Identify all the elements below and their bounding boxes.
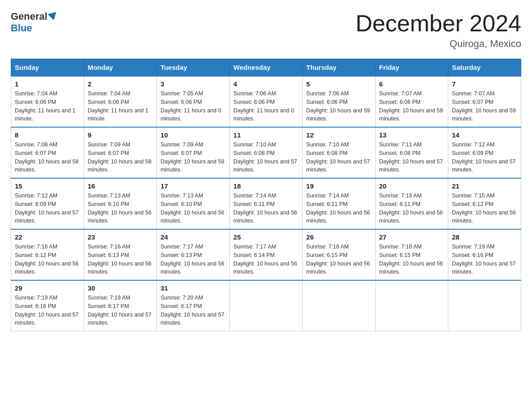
day-info: Sunrise: 7:13 AMSunset: 6:10 PMDaylight:…: [160, 192, 226, 225]
day-number: 15: [15, 182, 80, 190]
day-cell: 31Sunrise: 7:20 AMSunset: 6:17 PMDayligh…: [157, 280, 230, 331]
day-info: Sunrise: 7:04 AMSunset: 6:06 PMDaylight:…: [15, 90, 80, 123]
day-number: 30: [88, 284, 153, 292]
day-number: 24: [160, 233, 226, 241]
day-info: Sunrise: 7:06 AMSunset: 6:06 PMDaylight:…: [233, 90, 299, 123]
weekday-header-thursday: Thursday: [302, 59, 375, 77]
day-info: Sunrise: 7:09 AMSunset: 6:07 PMDaylight:…: [88, 141, 153, 174]
week-row-3: 15Sunrise: 7:12 AMSunset: 6:09 PMDayligh…: [11, 178, 521, 229]
day-cell: 4Sunrise: 7:06 AMSunset: 6:06 PMDaylight…: [230, 76, 303, 127]
weekday-header-monday: Monday: [84, 59, 157, 77]
day-info: Sunrise: 7:08 AMSunset: 6:07 PMDaylight:…: [15, 141, 80, 174]
day-cell: 29Sunrise: 7:19 AMSunset: 6:16 PMDayligh…: [11, 280, 84, 331]
day-cell: 19Sunrise: 7:14 AMSunset: 6:11 PMDayligh…: [302, 178, 375, 229]
day-info: Sunrise: 7:16 AMSunset: 6:12 PMDaylight:…: [15, 243, 80, 276]
day-info: Sunrise: 7:10 AMSunset: 6:08 PMDaylight:…: [306, 141, 372, 174]
day-cell: 1Sunrise: 7:04 AMSunset: 6:06 PMDaylight…: [11, 76, 84, 127]
day-number: 31: [160, 284, 226, 292]
day-cell: [230, 280, 303, 331]
day-cell: 25Sunrise: 7:17 AMSunset: 6:14 PMDayligh…: [230, 229, 303, 280]
day-info: Sunrise: 7:13 AMSunset: 6:10 PMDaylight:…: [88, 192, 153, 225]
day-info: Sunrise: 7:15 AMSunset: 6:12 PMDaylight:…: [452, 192, 517, 225]
day-number: 28: [452, 233, 517, 241]
day-number: 23: [88, 233, 153, 241]
day-cell: 18Sunrise: 7:14 AMSunset: 6:11 PMDayligh…: [230, 178, 303, 229]
day-number: 13: [379, 131, 445, 139]
day-number: 6: [379, 80, 445, 88]
weekday-header-sunday: Sunday: [11, 59, 84, 77]
day-cell: 13Sunrise: 7:11 AMSunset: 6:08 PMDayligh…: [375, 127, 448, 178]
day-info: Sunrise: 7:04 AMSunset: 6:06 PMDaylight:…: [88, 90, 153, 123]
logo-arrow-icon: [47, 12, 58, 21]
day-number: 27: [379, 233, 445, 241]
day-info: Sunrise: 7:06 AMSunset: 6:06 PMDaylight:…: [306, 90, 372, 123]
day-info: Sunrise: 7:14 AMSunset: 6:11 PMDaylight:…: [306, 192, 372, 225]
day-info: Sunrise: 7:12 AMSunset: 6:09 PMDaylight:…: [452, 141, 517, 174]
day-info: Sunrise: 7:19 AMSunset: 6:17 PMDaylight:…: [88, 294, 153, 327]
title-section: December 2024 Quiroga, Mexico: [356, 11, 521, 50]
day-info: Sunrise: 7:14 AMSunset: 6:11 PMDaylight:…: [233, 192, 299, 225]
day-cell: 28Sunrise: 7:19 AMSunset: 6:16 PMDayligh…: [448, 229, 521, 280]
day-number: 3: [160, 80, 226, 88]
day-cell: 22Sunrise: 7:16 AMSunset: 6:12 PMDayligh…: [11, 229, 84, 280]
day-cell: 20Sunrise: 7:15 AMSunset: 6:11 PMDayligh…: [375, 178, 448, 229]
weekday-header-friday: Friday: [375, 59, 448, 77]
day-info: Sunrise: 7:07 AMSunset: 6:07 PMDaylight:…: [452, 90, 517, 123]
day-info: Sunrise: 7:17 AMSunset: 6:13 PMDaylight:…: [160, 243, 226, 276]
day-cell: [302, 280, 375, 331]
day-number: 17: [160, 182, 226, 190]
day-number: 20: [379, 182, 445, 190]
day-info: Sunrise: 7:12 AMSunset: 6:09 PMDaylight:…: [15, 192, 80, 225]
day-cell: 15Sunrise: 7:12 AMSunset: 6:09 PMDayligh…: [11, 178, 84, 229]
day-cell: 17Sunrise: 7:13 AMSunset: 6:10 PMDayligh…: [157, 178, 230, 229]
day-info: Sunrise: 7:19 AMSunset: 6:16 PMDaylight:…: [452, 243, 517, 276]
day-number: 4: [233, 80, 299, 88]
day-info: Sunrise: 7:20 AMSunset: 6:17 PMDaylight:…: [160, 294, 226, 327]
day-number: 25: [233, 233, 299, 241]
day-cell: 10Sunrise: 7:09 AMSunset: 6:07 PMDayligh…: [157, 127, 230, 178]
day-number: 1: [15, 80, 80, 88]
week-row-2: 8Sunrise: 7:08 AMSunset: 6:07 PMDaylight…: [11, 127, 521, 178]
logo-blue-text: Blue: [11, 22, 32, 34]
day-cell: 16Sunrise: 7:13 AMSunset: 6:10 PMDayligh…: [84, 178, 157, 229]
logo: General Blue: [11, 11, 58, 34]
day-number: 22: [15, 233, 80, 241]
weekday-header-wednesday: Wednesday: [230, 59, 303, 77]
day-number: 16: [88, 182, 153, 190]
day-info: Sunrise: 7:09 AMSunset: 6:07 PMDaylight:…: [160, 141, 226, 174]
day-number: 11: [233, 131, 299, 139]
day-cell: [375, 280, 448, 331]
day-info: Sunrise: 7:17 AMSunset: 6:14 PMDaylight:…: [233, 243, 299, 276]
day-cell: 2Sunrise: 7:04 AMSunset: 6:06 PMDaylight…: [84, 76, 157, 127]
day-number: 19: [306, 182, 372, 190]
day-cell: 30Sunrise: 7:19 AMSunset: 6:17 PMDayligh…: [84, 280, 157, 331]
location-text: Quiroga, Mexico: [356, 38, 521, 50]
day-number: 9: [88, 131, 153, 139]
day-cell: 8Sunrise: 7:08 AMSunset: 6:07 PMDaylight…: [11, 127, 84, 178]
week-row-4: 22Sunrise: 7:16 AMSunset: 6:12 PMDayligh…: [11, 229, 521, 280]
day-cell: 21Sunrise: 7:15 AMSunset: 6:12 PMDayligh…: [448, 178, 521, 229]
day-number: 18: [233, 182, 299, 190]
day-number: 8: [15, 131, 80, 139]
day-number: 21: [452, 182, 517, 190]
day-info: Sunrise: 7:10 AMSunset: 6:08 PMDaylight:…: [233, 141, 299, 174]
day-cell: 27Sunrise: 7:18 AMSunset: 6:15 PMDayligh…: [375, 229, 448, 280]
page-header: General Blue December 2024 Quiroga, Mexi…: [11, 11, 521, 50]
day-info: Sunrise: 7:16 AMSunset: 6:13 PMDaylight:…: [88, 243, 153, 276]
day-cell: 23Sunrise: 7:16 AMSunset: 6:13 PMDayligh…: [84, 229, 157, 280]
week-row-5: 29Sunrise: 7:19 AMSunset: 6:16 PMDayligh…: [11, 280, 521, 331]
day-number: 5: [306, 80, 372, 88]
day-number: 12: [306, 131, 372, 139]
calendar-table: SundayMondayTuesdayWednesdayThursdayFrid…: [11, 59, 521, 331]
day-info: Sunrise: 7:15 AMSunset: 6:11 PMDaylight:…: [379, 192, 445, 225]
day-info: Sunrise: 7:11 AMSunset: 6:08 PMDaylight:…: [379, 141, 445, 174]
weekday-header-saturday: Saturday: [448, 59, 521, 77]
day-info: Sunrise: 7:05 AMSunset: 6:06 PMDaylight:…: [160, 90, 226, 123]
day-info: Sunrise: 7:18 AMSunset: 6:15 PMDaylight:…: [306, 243, 372, 276]
day-cell: 6Sunrise: 7:07 AMSunset: 6:06 PMDaylight…: [375, 76, 448, 127]
logo-general-text: General: [11, 11, 47, 22]
day-number: 7: [452, 80, 517, 88]
day-cell: 11Sunrise: 7:10 AMSunset: 6:08 PMDayligh…: [230, 127, 303, 178]
week-row-1: 1Sunrise: 7:04 AMSunset: 6:06 PMDaylight…: [11, 76, 521, 127]
day-cell: 7Sunrise: 7:07 AMSunset: 6:07 PMDaylight…: [448, 76, 521, 127]
